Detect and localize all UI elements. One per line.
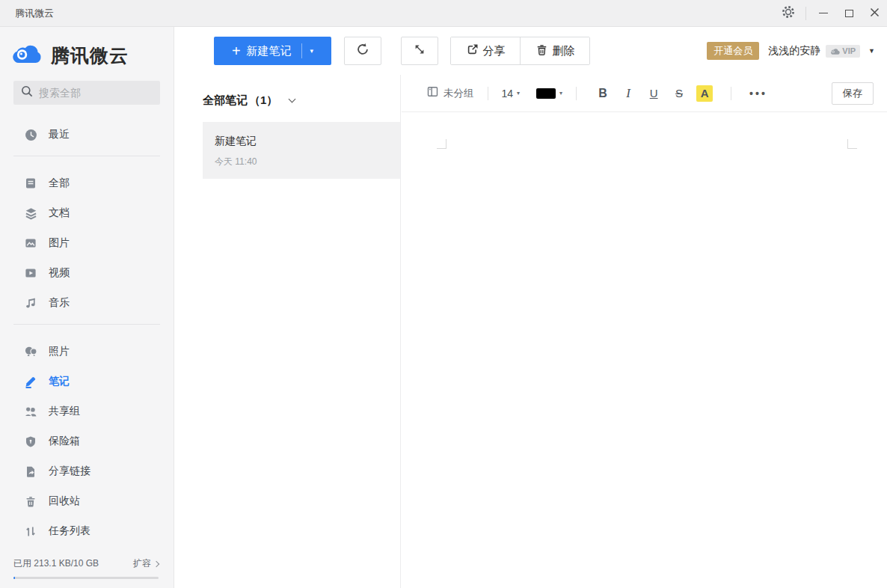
sidebar-item-videos[interactable]: 视频 bbox=[0, 258, 174, 288]
strikethrough-label: S bbox=[675, 87, 683, 99]
new-note-button[interactable]: + 新建笔记 ▾ bbox=[214, 37, 331, 65]
trash-outline-icon bbox=[535, 43, 548, 59]
sidebar-item-label: 共享组 bbox=[49, 405, 80, 418]
sidebar-item-recent[interactable]: 最近 bbox=[0, 120, 174, 150]
sidebar-item-safe[interactable]: 保险箱 bbox=[0, 426, 174, 456]
notes-list-panel: 全部笔记 （1） 新建笔记 今天 11:40 bbox=[175, 75, 401, 588]
minimize-button[interactable] bbox=[811, 0, 836, 26]
sidebar-item-label: 视频 bbox=[49, 266, 70, 280]
search-input[interactable] bbox=[39, 87, 151, 99]
group-layout-icon bbox=[427, 86, 438, 100]
bold-button[interactable]: B bbox=[590, 83, 616, 104]
people-icon bbox=[24, 405, 37, 418]
italic-label: I bbox=[626, 86, 630, 101]
maximize-icon bbox=[845, 10, 853, 17]
sidebar-item-label: 文档 bbox=[49, 206, 70, 220]
sidebar-item-all[interactable]: 全部 bbox=[0, 168, 174, 198]
sidebar-item-recycle-bin[interactable]: 回收站 bbox=[0, 486, 174, 516]
storage-progress-bar bbox=[13, 577, 159, 579]
font-color-swatch bbox=[536, 88, 556, 99]
minimize-icon bbox=[819, 13, 828, 13]
font-color-dropdown[interactable]: ▾ bbox=[536, 88, 562, 99]
notes-list-header: 全部笔记 （1） bbox=[175, 75, 400, 108]
sidebar-item-docs[interactable]: 文档 bbox=[0, 198, 174, 228]
vip-badge: VIP bbox=[826, 45, 860, 58]
note-group-button[interactable]: 未分组 bbox=[427, 86, 474, 100]
sidebar-item-label: 图片 bbox=[49, 236, 70, 250]
sidebar-item-images[interactable]: 图片 bbox=[0, 228, 174, 258]
account-caret-icon[interactable]: ▼ bbox=[868, 47, 875, 55]
maximize-button[interactable] bbox=[836, 0, 862, 26]
underline-button[interactable]: U bbox=[641, 83, 666, 104]
share-button[interactable]: 分享 bbox=[451, 37, 520, 64]
editor-content-area[interactable] bbox=[402, 112, 887, 588]
app-logo: 腾讯微云 bbox=[0, 27, 174, 70]
expand-diagonal-icon bbox=[414, 43, 426, 58]
text-boundary-corner-left bbox=[437, 139, 446, 149]
vip-cloud-icon bbox=[830, 48, 840, 55]
chevron-down-icon: ▾ bbox=[517, 90, 520, 97]
text-boundary-corner-right bbox=[847, 139, 857, 149]
note-timestamp: 今天 11:40 bbox=[215, 156, 388, 168]
expand-storage-link[interactable]: 扩容 bbox=[133, 557, 159, 570]
account-area: 开通会员 浅浅的安静 VIP ▼ bbox=[707, 42, 887, 60]
share-icon bbox=[466, 43, 479, 59]
strikethrough-button[interactable]: S bbox=[666, 83, 692, 104]
gear-icon bbox=[781, 4, 796, 22]
italic-button[interactable]: I bbox=[616, 83, 641, 104]
refresh-button[interactable] bbox=[344, 37, 381, 65]
delete-button[interactable]: 删除 bbox=[520, 37, 589, 64]
save-label: 保存 bbox=[843, 87, 863, 100]
search-box[interactable] bbox=[13, 81, 160, 105]
titlebar: 腾讯微云 bbox=[0, 0, 887, 27]
all-files-icon bbox=[24, 177, 37, 190]
sidebar-item-label: 回收站 bbox=[49, 494, 80, 508]
sidebar-item-share-links[interactable]: 分享链接 bbox=[0, 456, 174, 486]
close-button[interactable] bbox=[862, 0, 887, 26]
chevron-down-icon[interactable] bbox=[289, 95, 296, 102]
new-note-label: 新建笔记 bbox=[247, 44, 292, 58]
storage-info: 已用 213.1 KB/10 GB 扩容 bbox=[13, 557, 159, 579]
sidebar-item-music[interactable]: 音乐 bbox=[0, 288, 174, 318]
close-icon bbox=[870, 7, 880, 20]
shield-icon bbox=[24, 435, 37, 448]
note-group-label: 未分组 bbox=[444, 87, 474, 100]
storage-progress-fill bbox=[13, 577, 15, 579]
brand-name: 腾讯微云 bbox=[51, 43, 129, 68]
share-label: 分享 bbox=[483, 44, 506, 58]
highlight-button[interactable]: A bbox=[692, 83, 717, 104]
layers-icon bbox=[24, 207, 37, 220]
chevron-right-icon bbox=[153, 560, 159, 566]
sidebar-item-photos[interactable]: 照片 bbox=[0, 337, 174, 367]
vip-label: VIP bbox=[842, 46, 856, 55]
font-size-dropdown[interactable]: 14 ▾ bbox=[502, 88, 521, 99]
delete-label: 删除 bbox=[553, 44, 575, 58]
pencil-icon bbox=[24, 376, 37, 388]
save-button[interactable]: 保存 bbox=[832, 82, 874, 105]
sidebar-item-label: 最近 bbox=[49, 128, 70, 141]
underline-label: U bbox=[650, 87, 658, 99]
clock-icon bbox=[24, 129, 37, 141]
more-options-button[interactable]: ••• bbox=[749, 88, 767, 99]
chevron-down-icon: ▾ bbox=[559, 90, 562, 97]
sidebar-item-label: 照片 bbox=[49, 345, 70, 358]
chevron-down-icon[interactable]: ▾ bbox=[310, 47, 314, 55]
search-icon bbox=[21, 85, 33, 100]
sidebar-item-shared-groups[interactable]: 共享组 bbox=[0, 396, 174, 426]
toolbar-divider bbox=[731, 87, 731, 100]
sidebar-divider bbox=[13, 324, 160, 325]
font-size-value: 14 bbox=[502, 88, 514, 99]
sidebar-item-task-list[interactable]: 任务列表 bbox=[0, 516, 174, 546]
sidebar-item-label: 任务列表 bbox=[49, 524, 90, 538]
expand-button[interactable] bbox=[401, 37, 438, 65]
upgrade-member-label: 开通会员 bbox=[713, 44, 752, 58]
settings-button[interactable] bbox=[776, 0, 801, 26]
sidebar-item-label: 全部 bbox=[49, 177, 70, 190]
sidebar-item-notes[interactable]: 笔记 bbox=[0, 367, 174, 396]
storage-used-text: 已用 213.1 KB/10 GB bbox=[13, 557, 99, 570]
upgrade-member-button[interactable]: 开通会员 bbox=[707, 42, 759, 60]
notes-header-title: 全部笔记 bbox=[203, 94, 248, 108]
sidebar-item-label: 笔记 bbox=[49, 375, 70, 388]
note-list-item[interactable]: 新建笔记 今天 11:40 bbox=[203, 122, 400, 179]
sidebar: 腾讯微云 最近 bbox=[0, 27, 174, 588]
